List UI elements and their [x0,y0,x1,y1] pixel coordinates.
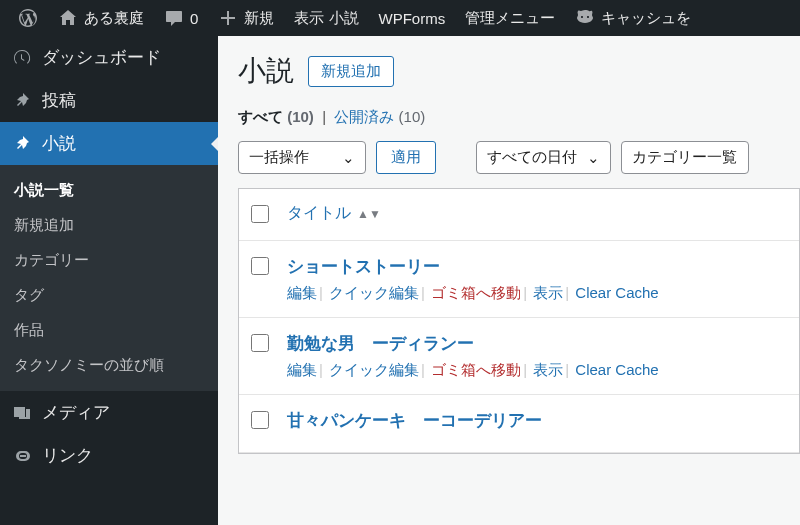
sidebar-label: ダッシュボード [42,46,161,69]
date-filter-select[interactable]: すべての日付 ⌄ [476,141,611,174]
sidebar-item-media[interactable]: メディア [0,391,218,434]
action-edit[interactable]: 編集 [287,284,317,301]
row-actions: 編集| クイック編集| ゴミ箱へ移動| 表示| Clear Cache [287,284,787,303]
pin-icon [12,91,32,111]
submenu-taxonomy[interactable]: タクソノミーの並び順 [0,348,218,383]
submenu-list[interactable]: 小説一覧 [0,173,218,208]
site-home[interactable]: ある裏庭 [48,0,154,36]
post-title-link[interactable]: ショートストーリー [287,255,440,278]
wp-logo[interactable] [8,0,48,36]
category-filter-select[interactable]: カテゴリー一覧 [621,141,749,174]
submenu-category[interactable]: カテゴリー [0,243,218,278]
pin-icon [12,134,32,154]
home-icon [58,8,78,28]
table-row: 勤勉な男 ーディランー 編集| クイック編集| ゴミ箱へ移動| 表示| Clea… [239,318,799,395]
action-quick-edit[interactable]: クイック編集 [329,361,419,378]
column-title-header[interactable]: タイトル ▲▼ [287,203,787,224]
plus-icon [218,8,238,28]
action-view[interactable]: 表示 [533,284,563,301]
cache-link[interactable]: キャッシュを [565,0,701,36]
dashboard-icon [12,48,32,68]
row-checkbox[interactable] [251,257,269,275]
sidebar-item-dashboard[interactable]: ダッシュボード [0,36,218,79]
comments-count: 0 [190,10,198,27]
comment-icon [164,8,184,28]
row-actions: 編集| クイック編集| ゴミ箱へ移動| 表示| Clear Cache [287,361,787,380]
novel-submenu: 小説一覧 新規追加 カテゴリー タグ 作品 タクソノミーの並び順 [0,165,218,391]
select-all-checkbox[interactable] [251,205,269,223]
action-view[interactable]: 表示 [533,361,563,378]
new-content[interactable]: 新規 [208,0,284,36]
apply-button[interactable]: 適用 [376,141,436,174]
submenu-add[interactable]: 新規追加 [0,208,218,243]
chevron-down-icon: ⌄ [587,149,600,167]
submenu-tag[interactable]: タグ [0,278,218,313]
new-label: 新規 [244,9,274,28]
comments-link[interactable]: 0 [154,0,208,36]
submenu-works[interactable]: 作品 [0,313,218,348]
sidebar-item-links[interactable]: リンク [0,434,218,477]
sidebar-label: リンク [42,444,93,467]
status-filters: すべて (10) | 公開済み (10) [238,108,800,127]
wpforms-link[interactable]: WPForms [369,0,456,36]
filter-all[interactable]: すべて (10) [238,108,318,125]
post-title-link[interactable]: 甘々パンケーキ ーコーデリアー [287,409,542,432]
action-clear-cache[interactable]: Clear Cache [575,284,658,301]
sort-icon: ▲▼ [357,207,381,221]
view-novel[interactable]: 表示 小説 [284,0,368,36]
action-clear-cache[interactable]: Clear Cache [575,361,658,378]
filter-published[interactable]: 公開済み (10) [334,108,425,125]
page-header: 小説 新規追加 [238,52,800,90]
tiger-icon [575,8,595,28]
admin-menu-link[interactable]: 管理メニュー [455,0,565,36]
sidebar-label: 投稿 [42,89,76,112]
admin-sidebar: ダッシュボード 投稿 小説 小説一覧 新規追加 カテゴリー タグ 作品 タクソノ… [0,36,218,525]
add-new-button[interactable]: 新規追加 [308,56,394,87]
sidebar-label: 小説 [42,132,76,155]
action-edit[interactable]: 編集 [287,361,317,378]
row-checkbox[interactable] [251,411,269,429]
link-icon [12,446,32,466]
sidebar-item-posts[interactable]: 投稿 [0,79,218,122]
row-checkbox[interactable] [251,334,269,352]
sidebar-label: メディア [42,401,110,424]
wordpress-icon [18,8,38,28]
chevron-down-icon: ⌄ [342,149,355,167]
action-quick-edit[interactable]: クイック編集 [329,284,419,301]
action-trash[interactable]: ゴミ箱へ移動 [431,361,521,378]
table-row: ショートストーリー 編集| クイック編集| ゴミ箱へ移動| 表示| Clear … [239,241,799,318]
table-row: 甘々パンケーキ ーコーデリアー [239,395,799,453]
site-name: ある裏庭 [84,9,144,28]
posts-table: タイトル ▲▼ ショートストーリー 編集| クイック編集| ゴミ箱へ移動| 表示… [238,188,800,454]
table-header-row: タイトル ▲▼ [239,189,799,241]
action-trash[interactable]: ゴミ箱へ移動 [431,284,521,301]
admin-bar: ある裏庭 0 新規 表示 小説 WPForms 管理メニュー キャッシュを [0,0,800,36]
bulk-action-select[interactable]: 一括操作 ⌄ [238,141,366,174]
sidebar-item-novel[interactable]: 小説 [0,122,218,165]
media-icon [12,403,32,423]
post-title-link[interactable]: 勤勉な男 ーディランー [287,332,474,355]
table-controls: 一括操作 ⌄ 適用 すべての日付 ⌄ カテゴリー一覧 [238,141,800,174]
main-content: 小説 新規追加 すべて (10) | 公開済み (10) 一括操作 ⌄ 適用 す… [218,36,800,525]
page-title: 小説 [238,52,294,90]
